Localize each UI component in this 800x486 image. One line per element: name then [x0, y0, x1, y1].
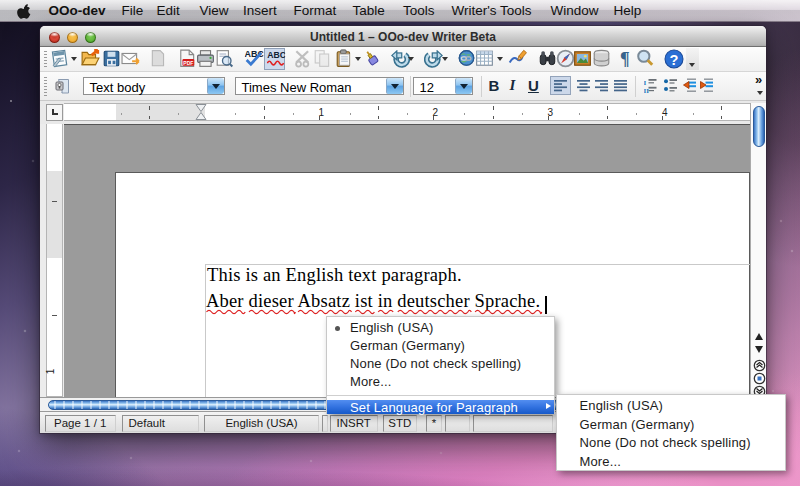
svg-text:ABC: ABC: [267, 49, 285, 59]
svg-text:I: I: [644, 79, 647, 87]
svg-text:PDF: PDF: [183, 60, 193, 66]
svg-text:?: ?: [669, 51, 678, 67]
svg-text:¶: ¶: [620, 49, 630, 69]
svg-text:II: II: [644, 87, 649, 94]
